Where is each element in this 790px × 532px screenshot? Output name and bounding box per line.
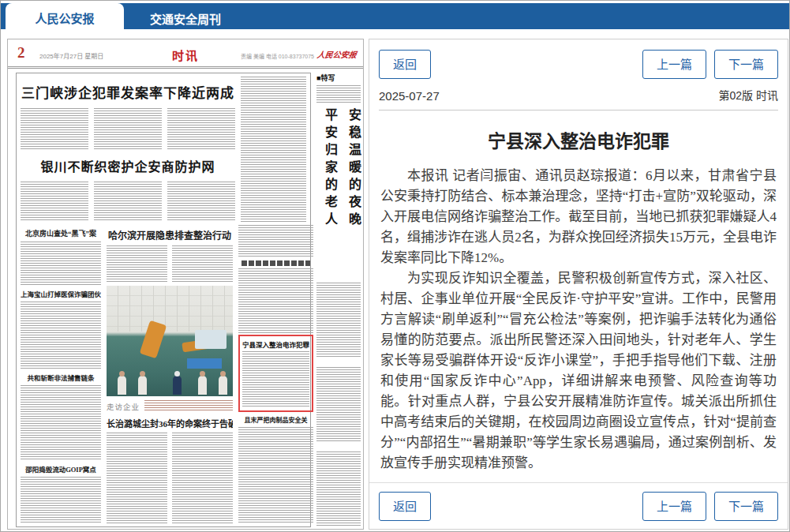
micro-text [316, 283, 361, 358]
micro-text [238, 268, 313, 335]
micro-text [94, 108, 162, 149]
micro-text [242, 351, 309, 407]
micro-text [21, 242, 101, 286]
previous-article-button[interactable]: 上一篇 [642, 492, 706, 521]
newspaper-column-middle: 哈尔滨开展隐患排查整治行动 [107, 225, 233, 523]
photo-ceiling [107, 286, 233, 332]
micro-text [316, 451, 361, 527]
micro-text [238, 427, 313, 523]
headline-haerbin[interactable]: 哈尔滨开展隐患排查整治行动 [107, 228, 233, 242]
article-content: 宁县深入整治电诈犯罪 本报讯 记者闫振宙、通讯员赵琮报道：6月以来，甘肃省宁县公… [380, 114, 777, 480]
feature-tag: ■特写 [316, 73, 361, 83]
feature-headline-line2: 安稳温暖的夜晚 [344, 108, 363, 274]
micro-text [21, 385, 101, 461]
photo-blue-equipment [187, 358, 222, 369]
micro-text [167, 108, 235, 149]
tab-jiaotong-anquan-zhoukan[interactable]: 交通安全周刊 [125, 6, 245, 32]
newspaper-column-left: 北京房山查处“黑飞”案 上海宝山打掉医保诈骗团伙 共和斩断非法捕售链条 邵阳捣毁… [21, 225, 101, 523]
news-photo [107, 286, 233, 396]
newspaper-main-box: 三门峡涉企犯罪发案率下降近两成 银川不断织密护企安商防护网 北京房山查处“黑飞”… [16, 73, 311, 527]
photo-machine [195, 330, 227, 349]
previous-article-button[interactable]: 上一篇 [642, 50, 706, 79]
article-date: 2025-07-27 [379, 89, 440, 103]
article-title: 宁县深入整治电诈犯罪 [380, 126, 777, 153]
micro-text [107, 245, 167, 283]
headline-shanghai[interactable]: 上海宝山打掉医保诈骗团伙 [21, 289, 101, 298]
photo-caption-label: 走访企业 [107, 398, 140, 414]
back-button[interactable]: 返回 [379, 50, 431, 79]
micro-text [172, 245, 233, 283]
micro-text [107, 433, 167, 523]
micro-text [21, 302, 101, 369]
newspaper-section-title: 时讯 [172, 47, 199, 63]
article-meta-row: 2025-07-27 第02版 时讯 [379, 81, 778, 111]
newspaper-column-right: 宁县深入整治电诈犯罪 且末严把肉制品安全关 [238, 225, 313, 523]
next-article-button[interactable]: 下一篇 [714, 50, 778, 79]
reader-toolbar-top: 返回 上一篇 下一篇 [379, 50, 778, 79]
newspaper-page-number: 2 [17, 44, 25, 62]
newspaper-page-view[interactable]: 2 2025年7月27日 星期日 时讯 责编 美编 电话 010-8373707… [7, 39, 364, 530]
micro-text [241, 77, 306, 222]
micro-text [94, 182, 162, 223]
micro-headline [241, 260, 310, 266]
newspaper-logo: 人民公安报 [316, 48, 358, 60]
highlighted-article-box[interactable]: 宁县深入整治电诈犯罪 [238, 335, 313, 412]
photo-person [219, 376, 227, 395]
next-article-button[interactable]: 下一篇 [714, 492, 778, 521]
newspaper-editor-info: 责编 美编 电话 010-83737075 [241, 52, 314, 60]
newspaper-body: 三门峡涉企犯罪发案率下降近两成 银川不断织密护企安商防护网 北京房山查处“黑飞”… [8, 71, 363, 529]
photo-person [198, 376, 207, 395]
micro-text [316, 367, 361, 443]
micro-text [172, 433, 233, 523]
headline-beijing[interactable]: 北京房山查处“黑飞”案 [21, 228, 101, 238]
newspaper-masthead: 2 2025年7月27日 星期日 时讯 责编 美编 电话 010-8373707… [8, 39, 363, 69]
micro-text [21, 182, 88, 223]
toolbar-divider [369, 482, 788, 483]
micro-text [21, 108, 88, 149]
article-paragraph: 本报讯 记者闫振宙、通讯员赵琮报道：6月以来，甘肃省宁县公安秉持打防结合、标本兼… [380, 166, 777, 268]
feature-column: ■特写 平安归家的老人 安稳温暖的夜晚 [316, 73, 361, 527]
newspaper-date: 2025年7月27日 星期日 [39, 51, 103, 60]
tab-renmin-gonganbao[interactable]: 人民公安报 [6, 3, 124, 32]
photo-person [118, 376, 126, 395]
headline-changzhi[interactable]: 长治潞城尘封36年的命案终于告破 [107, 417, 233, 429]
feature-vertical-headline[interactable]: 平安归家的老人 安稳温暖的夜晚 [320, 105, 363, 274]
micro-text [21, 477, 101, 523]
micro-text [238, 225, 313, 258]
article-edition: 第02版 时讯 [719, 87, 778, 103]
photo-caption-text [144, 400, 233, 410]
reader-toolbar-bottom: 返回 上一篇 下一篇 [379, 492, 778, 521]
feature-headline-line1: 平安归家的老人 [320, 108, 339, 274]
article-paragraph: 为实现反诈知识全覆盖，民警积极创新宣传方式，深入社区、村居、企事业单位开展“全民… [380, 268, 777, 474]
article-reader-panel: 返回 上一篇 下一篇 2025-07-27 第02版 时讯 宁县深入整治电诈犯罪… [369, 39, 788, 530]
tab-bar: 人民公安报 交通安全周刊 [1, 3, 789, 29]
feature-byline [316, 85, 361, 103]
headline-qiemo[interactable]: 且末严把肉制品安全关 [238, 415, 313, 424]
headline-sanmenxia[interactable]: 三门峡涉企犯罪发案率下降近两成 [21, 82, 235, 102]
headline-ningxian-highlight[interactable]: 宁县深入整治电诈犯罪 [242, 339, 309, 349]
photo-police-officer [173, 376, 182, 395]
photo-person [138, 376, 147, 395]
micro-text [167, 182, 235, 223]
headline-yinchuan[interactable]: 银川不断织密护企安商防护网 [21, 156, 235, 175]
app-window: 人民公安报 交通安全周刊 2 2025年7月27日 星期日 时讯 责编 美编 电… [0, 0, 790, 532]
headline-gonghe[interactable]: 共和斩断非法捕售链条 [21, 373, 101, 382]
back-button[interactable]: 返回 [379, 492, 431, 521]
headline-shaoyang[interactable]: 邵阳捣毁流动GOIP窝点 [21, 464, 101, 474]
